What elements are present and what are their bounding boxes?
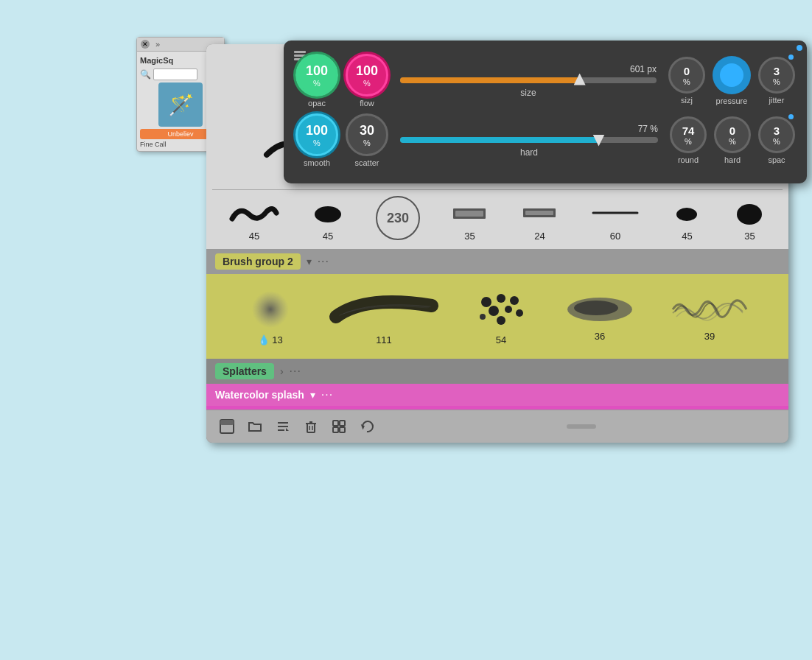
flow-knob[interactable]: 100 % flow (346, 54, 388, 108)
undo-button[interactable] (355, 415, 379, 438)
brush-size: 111 (376, 334, 392, 345)
watercolor-menu-icon[interactable]: ··· (321, 388, 333, 401)
jitter-label: jitter (769, 96, 785, 105)
brush-size: 35 (464, 231, 475, 242)
svg-point-22 (574, 301, 618, 315)
brush-size: 36 (595, 331, 605, 342)
hard-label: hard (400, 147, 658, 158)
spac-dot (788, 114, 794, 119)
smooth-label: smooth (304, 158, 330, 167)
svg-point-10 (676, 208, 697, 221)
hard2-knob[interactable]: 0 % hard (714, 116, 751, 164)
droplet-icon: 💧 (258, 334, 270, 345)
pressure-inner (720, 63, 743, 87)
hard-slider-fill (400, 137, 599, 143)
brush-item-selected[interactable]: 230 (376, 196, 420, 243)
rename-button[interactable] (271, 415, 295, 438)
brush-item[interactable]: 111 (329, 287, 439, 345)
brush-item[interactable]: 45 (228, 198, 280, 242)
hard-slider-track[interactable] (400, 137, 658, 143)
jitter-knob[interactable]: 3 % jitter (758, 57, 795, 105)
brush-item[interactable]: 60 (589, 198, 641, 242)
opac-pct: % (313, 79, 321, 88)
sizj-pct: % (683, 77, 690, 86)
svg-point-16 (489, 306, 499, 316)
svg-rect-28 (307, 424, 315, 432)
watercolor-expand-icon[interactable]: ▾ (310, 389, 315, 401)
jitter-dot (788, 55, 794, 60)
sizj-knob[interactable]: 0 % sizj (668, 57, 705, 105)
size-slider-area: 601 px size (396, 64, 661, 98)
blue-dot-indicator (797, 45, 802, 51)
brush-item[interactable]: 💧 13 (245, 287, 296, 345)
smooth-circle: 100 % (295, 113, 338, 156)
close-icon[interactable]: ✕ (141, 40, 150, 49)
flow-circle: 100 % (346, 54, 388, 96)
brush-item[interactable]: 45 (671, 198, 704, 242)
svg-point-15 (510, 296, 519, 305)
svg-rect-35 (333, 427, 338, 432)
opac-knob[interactable]: 100 % opac (295, 54, 338, 108)
svg-point-20 (497, 316, 505, 325)
scroll-handle[interactable] (567, 424, 596, 429)
scatter-value: 30 (360, 123, 374, 138)
brush-row-2: 45 45 230 35 (206, 190, 788, 249)
flow-pct: % (363, 79, 371, 88)
jitter-circle: 3 % (758, 57, 795, 94)
smooth-pct: % (313, 138, 321, 147)
new-group-button[interactable] (215, 415, 239, 438)
brush-group2-title: Brush group 2 (215, 253, 301, 270)
brush-item[interactable]: 54 (472, 287, 531, 345)
brush-size: 45 (323, 231, 333, 242)
brush-item[interactable]: 45 (309, 198, 346, 242)
scatter-knob[interactable]: 30 % scatter (346, 113, 388, 167)
svg-rect-24 (220, 420, 234, 425)
size-value-label: 601 px (400, 64, 657, 74)
brush-item[interactable]: 35 (733, 198, 766, 242)
spac-knob[interactable]: 3 % spac (758, 116, 795, 164)
scatter-circle: 30 % (346, 113, 388, 156)
watercolor-splash-header: Watercolor splash ▾ ··· (206, 384, 788, 406)
svg-rect-36 (340, 427, 345, 432)
sizj-circle: 0 % (668, 57, 705, 94)
sizj-value: 0 (684, 65, 690, 77)
splatters-expand-icon[interactable]: › (280, 365, 284, 377)
svg-rect-33 (333, 421, 338, 426)
brush-item[interactable]: 24 (519, 198, 560, 242)
scatter-label: scatter (354, 158, 379, 167)
new-folder-button[interactable] (243, 415, 267, 438)
spac-label: spac (768, 155, 785, 164)
round-circle: 74 % (670, 116, 707, 153)
size-label: size (400, 88, 657, 98)
brush-item[interactable]: 36 (563, 291, 637, 342)
pressure-knob[interactable]: pressure (713, 56, 751, 105)
flow-label: flow (360, 99, 374, 108)
svg-point-18 (480, 314, 486, 320)
smooth-knob[interactable]: 100 % smooth (295, 113, 338, 167)
bottom-toolbar (206, 410, 788, 443)
brush-group2-content: 💧 13 111 (206, 274, 788, 359)
svg-rect-38 (294, 51, 306, 53)
brush-circle: 230 (376, 196, 420, 240)
group2-expand-icon[interactable]: ▾ (307, 256, 312, 267)
brush-group2-row: 💧 13 111 (214, 280, 781, 353)
app-icon: 🪄 (158, 82, 203, 127)
hard2-pct: % (729, 137, 736, 146)
splatters-menu-icon[interactable]: ··· (290, 365, 301, 378)
brush-item[interactable]: 39 (669, 291, 750, 342)
controls-row-2: 100 % smooth 30 % scatter 77 % (295, 113, 795, 167)
size-slider-fill (400, 77, 580, 83)
delete-button[interactable] (299, 415, 323, 438)
brush-size: 24 (534, 231, 545, 242)
round-knob[interactable]: 74 % round (670, 116, 707, 164)
svg-point-12 (252, 291, 289, 328)
opac-value: 100 (306, 63, 328, 79)
brush-controls-panel: 100 % opac 100 % flow 601 px s (284, 41, 807, 183)
expand-button[interactable] (327, 415, 351, 438)
brush-size: 45 (682, 231, 692, 242)
search-input[interactable] (153, 69, 197, 80)
brush-item[interactable]: 35 (449, 198, 490, 242)
brush-size: 45 (249, 231, 259, 242)
group2-menu-icon[interactable]: ··· (318, 255, 329, 268)
size-slider-track[interactable] (400, 77, 657, 83)
